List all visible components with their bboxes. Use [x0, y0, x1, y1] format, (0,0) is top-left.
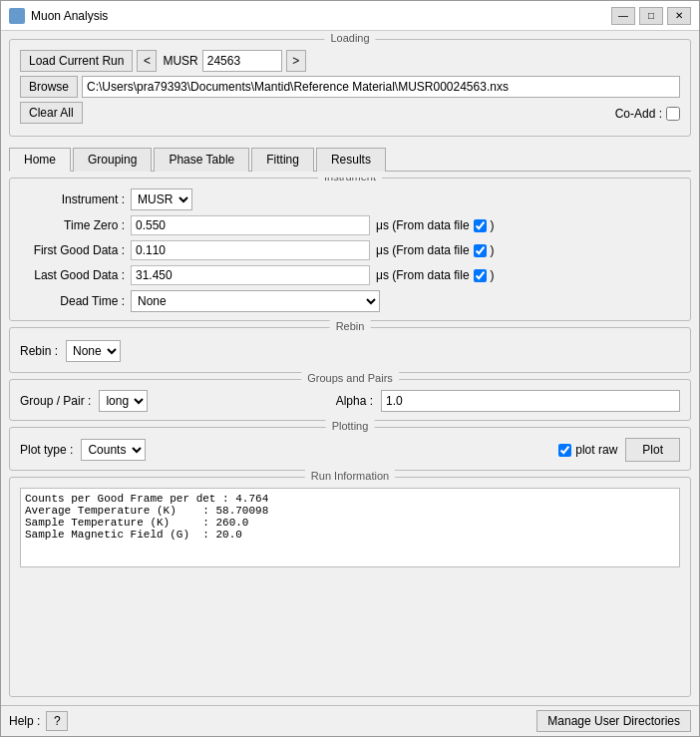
first-good-checkbox[interactable] — [474, 244, 487, 257]
help-section: Help : ? — [9, 711, 68, 731]
tab-content: Instrument Instrument : MUSR Time Zero :… — [9, 178, 691, 697]
load-current-run-button[interactable]: Load Current Run — [20, 50, 133, 72]
plot-type-label: Plot type : — [20, 443, 73, 457]
loading-row3: Clear All Co-Add : — [20, 102, 680, 124]
tabs-bar: Home Grouping Phase Table Fitting Result… — [9, 147, 691, 172]
plot-raw-checkbox[interactable] — [558, 444, 571, 457]
plot-raw-text: plot raw — [575, 443, 617, 457]
first-good-suffix: μs (From data file ) — [376, 243, 495, 257]
rebin-row: Rebin : None — [20, 338, 680, 364]
plot-button[interactable]: Plot — [625, 438, 680, 462]
group-pair-select[interactable]: long — [99, 390, 148, 412]
help-button[interactable]: ? — [46, 711, 68, 731]
first-good-input[interactable] — [131, 240, 370, 260]
plotting-section: Plotting Plot type : Counts plot raw Plo… — [9, 427, 691, 471]
run-info-wrapper: Counts per Good Frame per det : 4.764 Av… — [20, 488, 680, 567]
rebin-section: Rebin Rebin : None — [9, 327, 691, 373]
prev-run-button[interactable]: < — [137, 50, 157, 72]
manage-user-directories-button[interactable]: Manage User Directories — [536, 710, 691, 732]
bottom-bar: Help : ? Manage User Directories — [1, 705, 699, 736]
rebin-legend: Rebin — [330, 320, 371, 332]
loading-legend: Loading — [324, 32, 375, 44]
plotting-legend: Plotting — [326, 420, 375, 432]
tab-results[interactable]: Results — [316, 148, 386, 172]
instrument-section: Instrument Instrument : MUSR Time Zero :… — [9, 178, 691, 321]
instrument-row: Instrument : MUSR — [20, 188, 680, 210]
clear-all-button[interactable]: Clear All — [20, 102, 83, 124]
groups-right: Alpha : — [148, 390, 680, 412]
main-content: Loading Load Current Run < MUSR > Browse… — [1, 31, 699, 705]
last-good-row: Last Good Data : μs (From data file ) — [20, 265, 680, 285]
titlebar: Muon Analysis — □ ✕ — [1, 1, 699, 31]
time-zero-suffix: μs (From data file ) — [376, 218, 495, 232]
loading-row2: Browse — [20, 76, 680, 98]
tab-home[interactable]: Home — [9, 148, 71, 172]
file-path-input[interactable] — [82, 76, 680, 98]
groups-pairs-section: Groups and Pairs Group / Pair : long Alp… — [9, 379, 691, 421]
run-information-section: Run Information Counts per Good Frame pe… — [9, 477, 691, 697]
next-run-button[interactable]: > — [286, 50, 306, 72]
instrument-legend: Instrument — [318, 178, 382, 183]
time-zero-label: Time Zero : — [20, 218, 125, 232]
browse-button[interactable]: Browse — [20, 76, 78, 98]
first-good-label: First Good Data : — [20, 243, 125, 257]
help-label: Help : — [9, 714, 40, 728]
alpha-label: Alpha : — [336, 394, 373, 408]
window-controls: — □ ✕ — [611, 7, 691, 25]
alpha-input[interactable] — [381, 390, 680, 412]
time-zero-checkbox[interactable] — [474, 219, 487, 232]
minimize-button[interactable]: — — [611, 7, 635, 25]
groups-pairs-legend: Groups and Pairs — [301, 372, 399, 384]
plot-type-select[interactable]: Counts — [81, 439, 146, 461]
last-good-input[interactable] — [131, 265, 370, 285]
rebin-select[interactable]: None — [66, 340, 121, 362]
loading-row1: Load Current Run < MUSR > — [20, 50, 680, 72]
run-number-input[interactable] — [202, 50, 282, 72]
tab-fitting[interactable]: Fitting — [251, 148, 314, 172]
instrument-select[interactable]: MUSR — [131, 188, 192, 210]
maximize-button[interactable]: □ — [639, 7, 663, 25]
run-info-textarea: Counts per Good Frame per det : 4.764 Av… — [20, 488, 680, 567]
co-add-checkbox[interactable] — [666, 107, 680, 121]
dead-time-label: Dead Time : — [20, 294, 125, 308]
first-good-row: First Good Data : μs (From data file ) — [20, 240, 680, 260]
dead-time-row: Dead Time : None — [20, 290, 680, 312]
last-good-checkbox[interactable] — [474, 269, 487, 282]
close-button[interactable]: ✕ — [667, 7, 691, 25]
plotting-row: Plot type : Counts plot raw Plot — [20, 438, 680, 462]
instrument-musr-label: MUSR — [163, 54, 197, 68]
groups-pairs-row: Group / Pair : long Alpha : — [20, 390, 680, 412]
instrument-label: Instrument : — [20, 192, 125, 206]
co-add-section: Co-Add : — [615, 107, 680, 121]
main-window: Muon Analysis — □ ✕ Loading Load Current… — [0, 0, 700, 737]
time-zero-row: Time Zero : μs (From data file ) — [20, 215, 680, 235]
run-information-legend: Run Information — [305, 470, 395, 482]
groups-left: Group / Pair : long — [20, 390, 148, 412]
last-good-label: Last Good Data : — [20, 268, 125, 282]
tab-grouping[interactable]: Grouping — [73, 148, 152, 172]
loading-section: Loading Load Current Run < MUSR > Browse… — [9, 39, 691, 137]
plot-raw-label: plot raw — [558, 443, 617, 457]
last-good-suffix: μs (From data file ) — [376, 268, 495, 282]
group-pair-label: Group / Pair : — [20, 394, 91, 408]
rebin-label: Rebin : — [20, 344, 58, 358]
app-icon — [9, 8, 25, 24]
co-add-label: Co-Add : — [615, 107, 662, 121]
window-title: Muon Analysis — [31, 9, 605, 23]
time-zero-input[interactable] — [131, 215, 370, 235]
tab-phase-table[interactable]: Phase Table — [154, 148, 249, 172]
dead-time-select[interactable]: None — [131, 290, 380, 312]
